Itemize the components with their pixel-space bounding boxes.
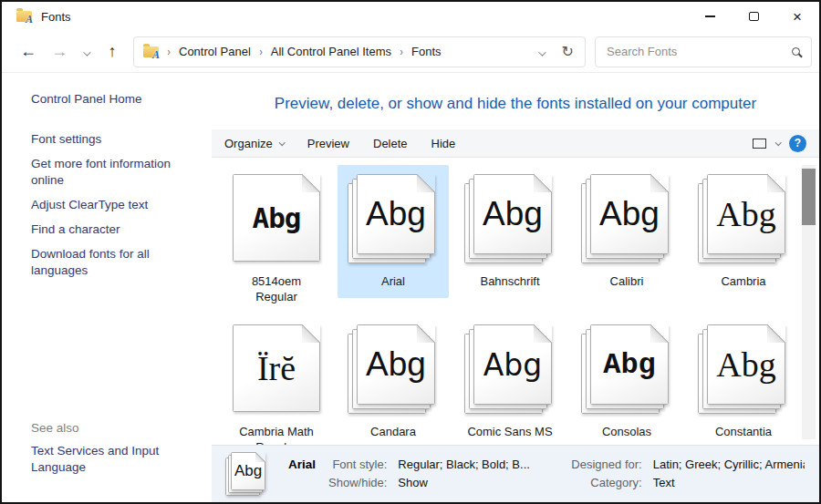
sidebar-item-find-a-character[interactable]: Find a character [31,221,195,238]
delete-button[interactable]: Delete [373,137,408,150]
see-also-links: Text Services and Input Language [31,443,195,476]
font-tile-label: Cambria [721,273,765,289]
front-sheet: Abg [590,174,669,254]
font-tile-label: Consolas [602,424,651,439]
organize-button[interactable]: Organize [224,137,284,150]
breadcrumb-separator-icon: › [167,46,170,58]
front-sheet: Ïrĕ [233,324,320,412]
show-hide-label: Show/hide: [328,476,387,489]
change-view-button[interactable] [753,139,766,149]
fonts-app-icon: A [16,11,32,22]
font-style-label: Font style: [328,458,387,471]
fonts-folder-icon: A [143,46,159,57]
font-properties: Font style: Regular; Black; Bold; B... D… [328,446,805,489]
font-tile-label: Bahnschrift [480,273,539,289]
main-pane: Preview, delete, or show and hide the fo… [212,73,819,502]
address-bar[interactable]: A ›Control Panel›All Control Panel Items… [133,36,586,67]
preview-button[interactable]: Preview [307,137,349,150]
sidebar-item-get-more-font-information-online[interactable]: Get more font information online [31,156,195,189]
font-tile-8514oem-regular[interactable]: Abg8514oemRegular [221,165,332,314]
view-dropdown-chevron-icon[interactable] [775,139,782,146]
view-icon [753,139,766,149]
sidebar-item-text-services-and-input-language[interactable]: Text Services and Input Language [31,443,195,476]
font-preview-glyph: Abg [474,325,551,404]
font-tile-comic-sans-ms[interactable]: AbgComic Sans MS [454,315,566,445]
font-tile-label: Comic Sans MS [467,424,552,439]
fonts-window: A Fonts × ← → ↑ A ›Control Panel›All Con… [0,0,821,504]
maximize-button[interactable] [732,2,775,31]
font-tile-consolas[interactable]: AbgConsolas [571,315,682,445]
font-tile-constantia[interactable]: AbgConstantia [688,315,799,445]
hide-button[interactable]: Hide [431,137,456,150]
scrollbar[interactable] [802,165,816,439]
selected-font-icon: Abg [224,450,268,498]
sidebar-item-download-fonts-for-all-languages[interactable]: Download fonts for all languages [31,246,195,279]
font-tile-label: Calibri [610,273,644,289]
front-sheet: Abg [473,174,552,254]
font-preview-glyph: Abg [591,175,668,253]
toolbar: Organize Preview Delete Hide ? [212,129,819,158]
help-button[interactable]: ? [789,135,806,152]
forward-button[interactable]: → [44,42,75,61]
font-tile-label: Arial [381,273,405,289]
sidebar-item-font-settings[interactable]: Font settings [31,131,195,148]
font-stack-icon: Abg [346,172,441,265]
organize-label: Organize [224,137,273,150]
breadcrumb-separator-icon: › [400,46,402,58]
font-preview-glyph: Abg [708,325,785,404]
font-tile-cambria[interactable]: AbgCambria [688,165,799,298]
selected-font-name: Arial [288,446,316,471]
font-tile-label: Constantia [715,424,772,439]
show-hide-value: Show [398,476,560,489]
front-sheet: Abg [473,324,552,405]
breadcrumb-item-fonts[interactable]: Fonts [411,45,442,58]
font-list-area: Abg8514oemRegularAbgArialAbgBahnschriftA… [212,158,819,445]
chevron-down-icon [538,48,546,56]
detail-pane: Abg Arial Font style: Regular; Black; Bo… [212,445,819,502]
close-icon: × [793,9,802,25]
font-style-value: Regular; Black; Bold; B... [398,458,560,471]
navigation-bar: ← → ↑ A ›Control Panel›All Control Panel… [2,31,819,73]
minimize-button[interactable] [688,2,732,31]
search-box[interactable] [595,36,812,67]
chevron-down-icon [83,48,90,56]
font-tile-calibri[interactable]: AbgCalibri [571,165,682,298]
font-stack-icon: Abg [696,323,791,416]
font-tile-candara[interactable]: AbgCandara [338,315,449,445]
font-tile-label: Cambria MathRegular [239,424,314,445]
scrollbar-thumb[interactable] [802,169,816,225]
font-preview-glyph: Abg [358,175,434,253]
selected-font-glyph: Abg [232,453,265,489]
address-dropdown-button[interactable] [538,44,544,60]
category-label: Category: [571,476,641,489]
close-button[interactable]: × [775,2,819,31]
font-stack-icon: Abg [462,172,557,265]
maximize-icon [749,12,759,21]
font-tile-arial[interactable]: AbgArial [338,165,449,298]
front-sheet: Abg [707,174,785,254]
refresh-button[interactable]: ↻ [562,45,574,59]
font-tile-cambria-math-regular[interactable]: ÏrĕCambria MathRegular [221,315,332,445]
search-input[interactable] [607,45,786,58]
see-also-section: See also Text Services and Input Languag… [31,421,195,484]
font-preview-glyph: Ïrĕ [234,325,319,411]
search-icon[interactable] [792,47,800,56]
sidebar-item-adjust-cleartype-text[interactable]: Adjust ClearType text [31,197,195,213]
window-body: Control Panel Home Font settingsGet more… [2,73,819,502]
font-preview-glyph: Abg [708,175,785,253]
front-sheet: Abg [233,174,320,262]
font-preview-glyph: Abg [474,175,551,253]
font-stack-icon: Abg [462,323,557,416]
font-tile-label: 8514oemRegular [252,273,301,304]
category-value: Text [653,476,805,489]
font-tile-label: Candara [370,424,416,439]
sidebar-item-control-panel-home[interactable]: Control Panel Home [31,91,195,108]
recent-locations-button[interactable] [75,44,97,60]
breadcrumb-item-all-control-panel-items[interactable]: All Control Panel Items [271,45,391,58]
breadcrumb-item-control-panel[interactable]: Control Panel [179,45,251,58]
window-title: Fonts [41,10,71,24]
breadcrumb-separator-icon: › [259,46,262,58]
back-button[interactable]: ← [13,42,44,61]
font-tile-bahnschrift[interactable]: AbgBahnschrift [454,165,566,298]
up-button[interactable]: ↑ [97,42,128,61]
